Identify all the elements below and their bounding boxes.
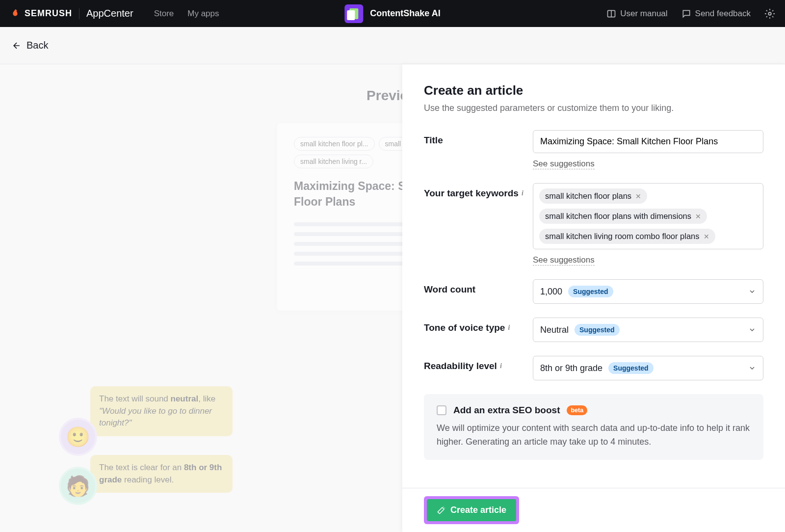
- panel-subtitle: Use the suggested parameters or customiz…: [424, 103, 763, 113]
- create-article-button[interactable]: Create article: [427, 499, 516, 521]
- semrush-fire-icon: [10, 8, 21, 19]
- create-article-label: Create article: [450, 505, 506, 515]
- seo-boost-box: Add an extra SEO boost beta We will opti…: [424, 394, 763, 460]
- chevron-down-icon: [748, 326, 756, 334]
- create-article-panel: Create an article Use the suggested para…: [402, 64, 785, 532]
- cta-highlight: Create article: [424, 496, 519, 524]
- keyword-chip: small kitchen living room combo floor pl…: [539, 229, 715, 244]
- keyword-text: small kitchen floor plans: [545, 191, 631, 201]
- back-bar: Back: [0, 27, 785, 64]
- remove-keyword-icon[interactable]: ✕: [635, 192, 641, 200]
- info-icon[interactable]: i: [500, 362, 502, 370]
- info-icon[interactable]: i: [522, 189, 523, 197]
- suggested-badge: Suggested: [575, 324, 620, 336]
- contentshake-app-icon: [344, 4, 363, 23]
- book-icon: [606, 9, 616, 19]
- top-navbar: SEMRUSH AppCenter Store My apps ContentS…: [0, 0, 785, 27]
- readability-select[interactable]: 8th or 9th gradeSuggested: [533, 356, 763, 380]
- user-manual-label: User manual: [620, 9, 667, 19]
- title-input[interactable]: [533, 130, 763, 153]
- user-manual-link[interactable]: User manual: [606, 9, 667, 19]
- brand-logo[interactable]: SEMRUSH: [10, 8, 72, 19]
- suggested-badge: Suggested: [608, 362, 654, 374]
- keywords-label: Your target keywords i: [424, 183, 533, 199]
- see-suggestions-keywords[interactable]: See suggestions: [533, 255, 595, 266]
- tone-value: Neutral: [540, 325, 569, 335]
- tone-label-text: Tone of voice type: [424, 322, 505, 333]
- keyword-chip: small kitchen floor plans✕: [539, 188, 647, 204]
- send-feedback-label: Send feedback: [695, 9, 751, 19]
- magic-wand-icon: [437, 506, 445, 515]
- readability-field-row: Readability level i 8th or 9th gradeSugg…: [424, 356, 763, 380]
- beta-badge: beta: [567, 405, 587, 415]
- tone-select[interactable]: NeutralSuggested: [533, 318, 763, 342]
- nav-store[interactable]: Store: [154, 9, 174, 19]
- chevron-down-icon: [748, 364, 756, 372]
- info-icon[interactable]: i: [508, 324, 510, 332]
- readability-label: Readability level i: [424, 356, 533, 372]
- keywords-input[interactable]: small kitchen floor plans✕ small kitchen…: [533, 183, 763, 249]
- seo-boost-checkbox[interactable]: [437, 405, 446, 415]
- topbar-right-actions: User manual Send feedback: [606, 8, 775, 19]
- panel-body: Create an article Use the suggested para…: [402, 64, 785, 488]
- send-feedback-link[interactable]: Send feedback: [681, 9, 751, 19]
- svg-point-2: [768, 12, 771, 15]
- brand-text: SEMRUSH: [25, 8, 72, 19]
- seo-boost-description: We will optimize your content with searc…: [437, 422, 751, 449]
- settings-gear-icon[interactable]: [764, 8, 775, 19]
- wordcount-field-row: Word count 1,000Suggested: [424, 279, 763, 304]
- title-field-row: Title See suggestions: [424, 130, 763, 169]
- wordcount-label: Word count: [424, 279, 533, 295]
- panel-footer: Create article: [402, 488, 785, 532]
- keyword-text: small kitchen floor plans with dimension…: [545, 212, 691, 221]
- keywords-label-text: Your target keywords: [424, 188, 519, 199]
- chat-icon: [681, 9, 691, 19]
- panel-title: Create an article: [424, 83, 763, 98]
- see-suggestions-title[interactable]: See suggestions: [533, 159, 595, 169]
- seo-boost-label: Add an extra SEO boost: [453, 405, 560, 416]
- back-button[interactable]: Back: [12, 40, 48, 51]
- remove-keyword-icon[interactable]: ✕: [704, 233, 709, 240]
- tone-field-row: Tone of voice type i NeutralSuggested: [424, 318, 763, 342]
- divider: [79, 8, 79, 19]
- nav-myapps[interactable]: My apps: [187, 9, 219, 19]
- wordcount-value: 1,000: [540, 287, 562, 297]
- keyword-chip: small kitchen floor plans with dimension…: [539, 209, 707, 224]
- current-app[interactable]: ContentShake AI: [344, 4, 440, 23]
- nav-links: Store My apps: [154, 9, 219, 19]
- app-name: ContentShake AI: [370, 8, 440, 19]
- readability-label-text: Readability level: [424, 361, 497, 372]
- chevron-down-icon: [748, 288, 756, 295]
- wordcount-select[interactable]: 1,000Suggested: [533, 279, 763, 304]
- suggested-badge: Suggested: [568, 286, 613, 297]
- keyword-text: small kitchen living room combo floor pl…: [545, 232, 700, 241]
- readability-value: 8th or 9th grade: [540, 363, 602, 373]
- arrow-left-icon: [12, 41, 22, 51]
- appcenter-label[interactable]: AppCenter: [86, 8, 133, 19]
- back-label: Back: [26, 40, 48, 51]
- tone-label: Tone of voice type i: [424, 318, 533, 333]
- title-label: Title: [424, 130, 533, 146]
- keywords-field-row: Your target keywords i small kitchen flo…: [424, 183, 763, 266]
- remove-keyword-icon[interactable]: ✕: [695, 213, 701, 220]
